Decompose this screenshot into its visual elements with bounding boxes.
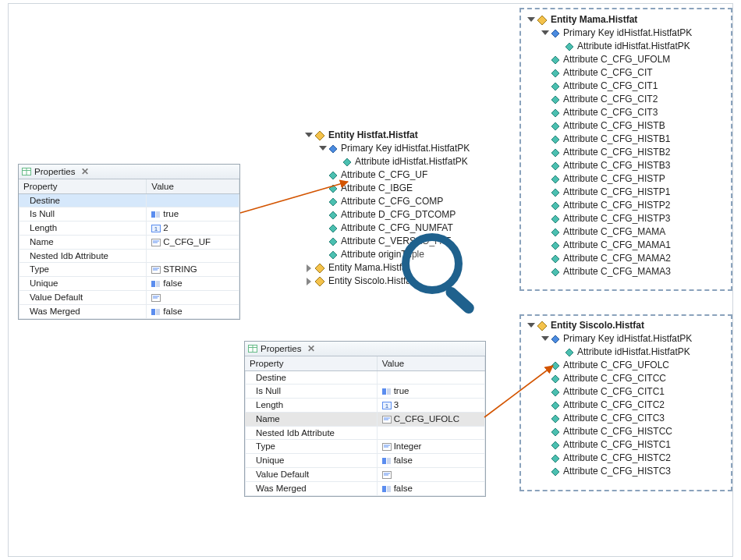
tree-pk-attr[interactable]: Attribute idHistfat.HistfatPK [305, 155, 508, 168]
tree-attr[interactable]: Attribute C_CFG_HISTC3 [527, 465, 730, 478]
tree-attr[interactable]: Attribute C_CFG_HISTP1 [527, 186, 730, 199]
close-glyph[interactable]: ✕ [81, 166, 89, 177]
table-row[interactable]: Nested Idb Attribute [19, 249, 239, 262]
svg-rect-87 [444, 285, 477, 316]
tree-label: Attribute idHistfat.HistfatPK [353, 155, 468, 168]
table-row[interactable]: TypeSTRING [19, 262, 239, 276]
svg-marker-47 [551, 215, 559, 223]
tree-attr[interactable]: Attribute C_CFG_MAMA2 [527, 252, 730, 265]
tree-label: Attribute C_VERSAO_FAT [339, 235, 451, 248]
table-row[interactable]: Uniquefalse [19, 276, 239, 290]
svg-marker-56 [551, 375, 559, 383]
tree-attr[interactable]: Attribute C_CFG_UF [305, 168, 508, 182]
table-row[interactable]: Length12 [19, 221, 239, 235]
tree-pk[interactable]: Primary Key idHistfat.HistfatPK [305, 142, 508, 155]
tree-attr[interactable]: Attribute C_CFG_HISTB2 [527, 146, 730, 159]
prop-value [377, 426, 484, 439]
svg-marker-21 [329, 145, 337, 153]
table-row[interactable]: NameC_CFG_UF [19, 235, 239, 249]
table-row[interactable]: Value Default [245, 467, 485, 481]
properties-panel-2: Properties ✕ Property Value DestineIs Nu… [244, 341, 486, 497]
table-row[interactable]: TypeInteger [245, 439, 485, 453]
table-row[interactable]: Was Mergedfalse [245, 481, 485, 495]
tree-attr[interactable]: Attribute C_CFG_MAMA [527, 225, 730, 239]
prop-value: C_CFG_UFOLC [377, 412, 484, 426]
table-row[interactable]: Value Default [19, 290, 239, 304]
tree-label: Attribute C_CFG_HISTB3 [562, 159, 670, 172]
tree-attr[interactable]: Attribute C_CFG_CIT3 [527, 106, 730, 119]
tree-attr[interactable]: Attribute C_CFG_UFOLC [527, 359, 730, 372]
tree-attr[interactable]: Attribute C_CFG_HISTP [527, 172, 730, 186]
tree-siscolo[interactable]: Entity Siscolo.HistfatPrimary Key idHist… [527, 319, 730, 478]
tree-attr[interactable]: Attribute C_CFG_CITC1 [527, 385, 730, 399]
tree-subentity[interactable]: Entity Siscolo.Histfat [305, 275, 508, 288]
prop-name: Length [19, 221, 147, 235]
tree-attr[interactable]: Attribute C_CFG_HISTC1 [527, 438, 730, 452]
tree-attr[interactable]: Attribute C_CFG_CIT2 [527, 93, 730, 106]
svg-marker-30 [315, 264, 324, 273]
tree-attr[interactable]: Attribute C_CFG_MAMA1 [527, 239, 730, 252]
table-row[interactable]: NameC_CFG_UFOLC [245, 412, 485, 426]
tree-attr[interactable]: Attribute C_CFG_CITC3 [527, 412, 730, 425]
tree-attr[interactable]: Attribute C_CFG_CIT1 [527, 80, 730, 93]
svg-marker-55 [551, 362, 559, 370]
tree-attr[interactable]: Attribute C_CFG_HISTB3 [527, 159, 730, 172]
svg-marker-63 [551, 468, 559, 476]
tree-attr[interactable]: Attribute C_CFG_CITCC [527, 372, 730, 385]
tree-pk[interactable]: Primary Key idHistfat.HistfatPK [527, 332, 730, 346]
tree-pk-attr[interactable]: Attribute idHistfat.HistfatPK [527, 40, 730, 53]
tree-attr[interactable]: Attribute C_CFG_HISTC2 [527, 452, 730, 465]
svg-rect-83 [387, 486, 391, 492]
tree-attr[interactable]: Attribute C_CFG_UFOLM [527, 53, 730, 66]
prop-name: Destine [245, 371, 377, 385]
tree-label: Primary Key idHistfat.HistfatPK [562, 332, 692, 346]
tree-attr[interactable]: Attribute C_CFG_CIT [527, 66, 730, 80]
tree-attr[interactable]: Attribute originTuple [305, 248, 508, 261]
properties-title: Properties [261, 344, 301, 353]
svg-marker-38 [551, 96, 559, 104]
tree-subentity[interactable]: Entity Mama.Histfat [305, 261, 508, 275]
svg-marker-61 [551, 441, 559, 449]
svg-marker-51 [551, 268, 559, 276]
prop-value: true [377, 385, 484, 399]
tree-label: Attribute C_CFG_MAMA1 [562, 239, 671, 252]
tree-histfat[interactable]: Entity Histfat.HistfatPrimary Key idHist… [305, 129, 508, 288]
table-row[interactable]: Destine [19, 194, 239, 207]
tree-attr[interactable]: Attribute C_CFG_HISTB [527, 119, 730, 133]
table-row[interactable]: Is Nulltrue [245, 385, 485, 399]
tree-attr[interactable]: Attribute C_CFG_CITC2 [527, 399, 730, 412]
tree-pk[interactable]: Primary Key idHistfat.HistfatPK [527, 27, 730, 40]
tree-attr[interactable]: Attribute C_CFG_MAMA3 [527, 265, 730, 278]
tree-attr[interactable]: Attribute D_CFG_DTCOMP [305, 208, 508, 222]
tree-entity[interactable]: Entity Histfat.Histfat [305, 129, 508, 142]
tree-attr[interactable]: Attribute C_CFG_HISTP2 [527, 199, 730, 212]
table-row[interactable]: Destine [245, 371, 485, 385]
table-row[interactable]: Nested Idb Attribute [245, 426, 485, 439]
properties-table: Property Value DestineIs NulltrueLength1… [19, 179, 239, 319]
tree-entity[interactable]: Entity Siscolo.Histfat [527, 319, 730, 332]
tree-label: Attribute C_CFG_COMP [339, 195, 443, 208]
tree-attr[interactable]: Attribute C_CFG_NUMFAT [305, 222, 508, 235]
tree-label: Primary Key idHistfat.HistfatPK [339, 142, 470, 155]
table-row[interactable]: Length13 [245, 398, 485, 412]
tree-attr[interactable]: Attribute C_IBGE [305, 182, 508, 195]
tree-attr[interactable]: Attribute C_CFG_HISTCC [527, 425, 730, 438]
prop-name: Value Default [19, 290, 147, 304]
properties-titlebar: Properties ✕ [245, 342, 485, 356]
prop-name: Name [19, 235, 147, 249]
tree-label: Attribute C_CFG_MAMA3 [562, 265, 671, 278]
table-row[interactable]: Uniquefalse [245, 453, 485, 467]
tree-mama[interactable]: Entity Mama.HistfatPrimary Key idHistfat… [527, 13, 730, 278]
table-row[interactable]: Was Mergedfalse [19, 304, 239, 318]
close-glyph[interactable]: ✕ [307, 343, 315, 354]
tree-entity[interactable]: Entity Mama.Histfat [527, 13, 730, 27]
tree-attr[interactable]: Attribute C_CFG_HISTB1 [527, 133, 730, 146]
svg-marker-62 [551, 455, 559, 463]
properties-panel-1: Properties ✕ Property Value DestineIs Nu… [18, 164, 240, 320]
tree-attr[interactable]: Attribute C_CFG_COMP [305, 195, 508, 208]
tree-attr[interactable]: Attribute C_CFG_HISTP3 [527, 212, 730, 225]
tree-pk-attr[interactable]: Attribute idHistfat.HistfatPK [527, 346, 730, 359]
prop-value [147, 249, 239, 262]
tree-attr[interactable]: Attribute C_VERSAO_FAT [305, 235, 508, 248]
table-row[interactable]: Is Nulltrue [19, 207, 239, 222]
